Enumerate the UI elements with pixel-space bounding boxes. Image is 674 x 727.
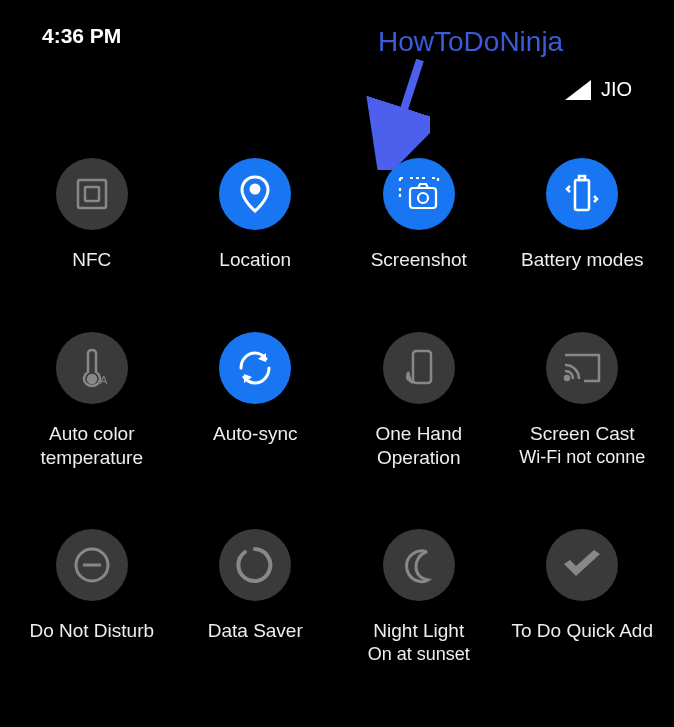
thermometer-icon: A (56, 332, 128, 404)
tile-label: Screenshot (371, 248, 467, 272)
status-icons: JIO (565, 78, 632, 101)
tile-screen-cast[interactable]: Screen Cast Wi-Fi not conne (501, 322, 665, 520)
tile-label: Do Not Disturb (29, 619, 154, 643)
svg-rect-13 (413, 351, 431, 383)
tile-nfc[interactable]: NFC (10, 148, 174, 322)
sync-icon (219, 332, 291, 404)
tile-battery-modes[interactable]: Battery modes (501, 148, 665, 322)
tile-label: To Do Quick Add (511, 619, 653, 643)
watermark-text: HowToDoNinja (378, 26, 563, 58)
battery-icon (546, 158, 618, 230)
tile-auto-sync[interactable]: Auto-sync (174, 322, 338, 520)
tile-label: Night Light (373, 619, 464, 643)
svg-point-14 (565, 376, 569, 380)
location-icon (219, 158, 291, 230)
tile-label: NFC (72, 248, 111, 272)
svg-rect-8 (579, 176, 585, 180)
tile-sublabel: On at sunset (368, 643, 470, 666)
tile-label: Auto-sync (213, 422, 297, 446)
tile-label: Location (219, 248, 291, 272)
svg-point-4 (251, 185, 259, 193)
signal-icon (565, 80, 591, 100)
svg-rect-7 (575, 180, 589, 210)
todo-icon (546, 529, 618, 601)
tile-one-hand[interactable]: One Hand Operation (337, 322, 501, 520)
svg-point-9 (88, 375, 96, 383)
svg-text:A: A (100, 374, 108, 386)
tile-do-not-disturb[interactable]: Do Not Disturb (10, 519, 174, 715)
tile-label: Data Saver (208, 619, 303, 643)
svg-point-6 (418, 193, 428, 203)
nfc-icon (56, 158, 128, 230)
tile-label: Screen Cast (530, 422, 635, 446)
carrier-label: JIO (601, 78, 632, 101)
clock-time: 4:36 PM (42, 24, 121, 48)
tile-location[interactable]: Location (174, 148, 338, 322)
tile-night-light[interactable]: Night Light On at sunset (337, 519, 501, 715)
tile-auto-color-temperature[interactable]: A Auto color temperature (10, 322, 174, 520)
svg-rect-3 (85, 187, 99, 201)
annotation-arrow-icon (320, 50, 430, 170)
svg-rect-5 (410, 188, 436, 208)
svg-line-1 (392, 60, 420, 146)
onehand-icon (383, 332, 455, 404)
svg-marker-17 (564, 550, 600, 576)
cast-icon (546, 332, 618, 404)
dnd-icon (56, 529, 128, 601)
moon-icon (383, 529, 455, 601)
datasaver-icon (219, 529, 291, 601)
tile-screenshot[interactable]: Screenshot (337, 148, 501, 322)
tile-data-saver[interactable]: Data Saver (174, 519, 338, 715)
tile-label: One Hand Operation (341, 422, 496, 470)
tile-sublabel: Wi-Fi not conne (519, 446, 645, 469)
svg-rect-2 (78, 180, 106, 208)
tile-label: Auto color temperature (14, 422, 169, 470)
tile-label: Battery modes (521, 248, 644, 272)
tile-todo-quick-add[interactable]: To Do Quick Add (501, 519, 665, 715)
